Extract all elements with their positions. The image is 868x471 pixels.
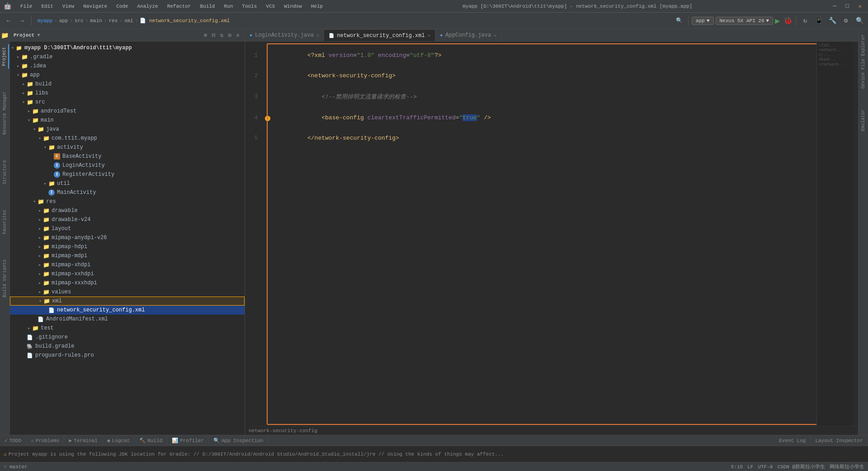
tab-login-activity-close[interactable]: ✕ (316, 33, 320, 38)
tree-item-activity[interactable]: ▾📁activity (10, 143, 245, 152)
code-editor[interactable]: ! 1 ▲ ▼ 1 <?xml version="1.0" encoding="… (245, 42, 858, 426)
breadcrumb-file[interactable]: 📄 network_security_config.xml (140, 18, 230, 24)
tree-item-test[interactable]: ▸📁test (10, 324, 245, 333)
menu-code[interactable]: Code (114, 4, 130, 9)
menu-analyze[interactable]: Analyze (135, 4, 160, 9)
tree-item-app[interactable]: ▾📁app (10, 71, 245, 80)
breadcrumb-src[interactable]: src (75, 18, 84, 24)
tree-item-mipmap-mdpi[interactable]: ▸📁mipmap-mdpi (10, 251, 245, 260)
breadcrumb-app[interactable]: app (59, 18, 68, 24)
tab-app-config[interactable]: ● AppConfig.java ✕ (435, 29, 501, 41)
tree-item-MainActivity[interactable]: IMainActivity (10, 188, 245, 197)
tab-network-security[interactable]: 📄 network_security_config.xml ✕ (324, 29, 435, 41)
tree-item-drawable-v24[interactable]: ▸📁drawable-v24 (10, 215, 245, 224)
sidebar-item-favorites[interactable]: Favorites (1, 207, 9, 237)
breadcrumb-xml[interactable]: xml (124, 18, 133, 24)
tree-item-androidTest[interactable]: ▸📁androidTest (10, 107, 245, 116)
tree-item-mipmap-xxhdpi[interactable]: ▸📁mipmap-xxhdpi (10, 269, 245, 278)
sidebar-item-structure[interactable]: Structure (1, 157, 9, 187)
menu-file[interactable]: File (19, 4, 34, 9)
tree-item-idea[interactable]: ▸📁.idea (10, 61, 245, 71)
tab-app-config-close[interactable]: ✕ (494, 33, 497, 38)
tree-item-res[interactable]: ▾📁res (10, 197, 245, 206)
bottom-tab-layout-inspector[interactable]: Layout Inspector (811, 435, 868, 446)
bottom-tab-profiler[interactable]: 📊 Profiler (167, 435, 209, 446)
sidebar-item-resource-manager[interactable]: Resource Manager (1, 89, 9, 137)
tree-item-main[interactable]: ▾📁main (10, 116, 245, 125)
close-button[interactable]: ✕ (855, 3, 864, 10)
line-content-4[interactable]: <base-config cleartextTrafficPermitted="… (272, 108, 858, 128)
tree-item-.gitignore[interactable]: 📄.gitignore (10, 333, 245, 342)
tree-item-myapp-root[interactable]: ▾📁myapp D:\300IT\Android\ttit\myapp (10, 43, 245, 52)
panel-sync-btn[interactable]: ⊕ (203, 31, 209, 39)
toolbar-back-btn[interactable]: ← (3, 15, 14, 27)
menu-run[interactable]: Run (222, 4, 235, 9)
debug-button[interactable]: 🐞 (783, 16, 793, 25)
line-content-2[interactable]: <network-security-config> (272, 66, 858, 86)
toolbar-forward-btn[interactable]: → (16, 15, 28, 27)
right-panel-emulator[interactable]: Emulator (860, 106, 867, 135)
menu-refactor[interactable]: Refactor (165, 4, 193, 9)
panel-settings-btn[interactable]: ⚙ (226, 31, 233, 39)
run-configuration-selector[interactable]: app ▼ (692, 17, 713, 25)
tree-item-xml[interactable]: ▾📁xml (10, 297, 245, 306)
tree-item-proguard-rules.pro[interactable]: 📄proguard-rules.pro (10, 351, 245, 360)
tree-item-network_security_config.xml[interactable]: 📄network_security_config.xml (10, 306, 245, 315)
sidebar-item-build-variants[interactable]: Build Variants (1, 257, 9, 300)
line-content-5[interactable]: </network-security-config> (272, 128, 858, 148)
bottom-tab-app-inspection[interactable]: 🔍 App Inspection (209, 435, 268, 446)
menu-tools[interactable]: Tools (240, 4, 259, 9)
sidebar-project-icon[interactable]: 📁 (0, 31, 9, 40)
menu-view[interactable]: View (61, 4, 76, 9)
tree-item-build.gradle[interactable]: 🐘build.gradle (10, 342, 245, 351)
panel-collapse-btn[interactable]: ⊟ (211, 31, 217, 39)
device-selector[interactable]: Nexus 5X API 26 ▼ (716, 17, 774, 25)
tree-item-build[interactable]: ▸📁build (10, 80, 245, 89)
bottom-tab-logcat[interactable]: ◉ Logcat (103, 435, 135, 446)
sidebar-item-project[interactable]: Project (0, 44, 9, 69)
tree-item-com.ttit.myapp[interactable]: ▾📁com.ttit.myapp (10, 134, 245, 143)
project-panel-dropdown[interactable]: ▼ (37, 33, 40, 38)
panel-sort-btn[interactable]: ⇅ (219, 31, 225, 39)
panel-close-btn[interactable]: ✕ (235, 31, 241, 39)
bottom-tab-event-log[interactable]: Event Log (774, 435, 811, 446)
line-content-3[interactable]: <!--禁用掉明文流量请求的检查--> (272, 86, 858, 108)
window-controls[interactable]: ─ □ ✕ (830, 3, 864, 10)
tree-item-util[interactable]: ▸📁util (10, 179, 245, 188)
tree-item-BaseActivity[interactable]: CBaseActivity (10, 152, 245, 161)
bottom-tab-todo[interactable]: ✓ TODO (0, 435, 26, 446)
menu-window[interactable]: Window (282, 4, 304, 9)
menu-bar[interactable]: 🤖 File Edit View Navigate Code Analyze R… (4, 2, 325, 10)
menu-navigate[interactable]: Navigate (81, 4, 109, 9)
toolbar-settings[interactable]: ⚙ (840, 15, 852, 27)
toolbar-search-everywhere[interactable]: 🔍 (673, 15, 685, 27)
toolbar-sync[interactable]: ↻ (799, 15, 811, 27)
bottom-tab-problems[interactable]: ⚠ Problems (26, 435, 64, 446)
toolbar-search[interactable]: 🔍 (854, 15, 865, 27)
tab-network-security-close[interactable]: ✕ (428, 33, 431, 38)
tree-item-LoginActivity[interactable]: ILoginActivity (10, 161, 245, 170)
maximize-button[interactable]: □ (843, 3, 852, 10)
menu-build[interactable]: Build (198, 4, 217, 9)
tree-item-mipmap-anydpi-v26[interactable]: ▸📁mipmap-anydpi-v26 (10, 233, 245, 242)
tree-item-RegisterActivity[interactable]: IRegisterActivity (10, 170, 245, 179)
menu-help[interactable]: Help (309, 4, 325, 9)
tree-item-mipmap-xhdpi[interactable]: ▸📁mipmap-xhdpi (10, 260, 245, 269)
line-content-1[interactable]: <?xml version="1.0" encoding="utf-8"?> (272, 45, 858, 66)
right-panel-device-file-explorer[interactable]: Device File Explorer (860, 31, 867, 92)
run-button[interactable]: ▶ (775, 16, 780, 26)
tree-item-values[interactable]: ▸📁values (10, 287, 245, 297)
tree-item-mipmap-xxxhdpi[interactable]: ▸📁mipmap-xxxhdpi (10, 278, 245, 287)
menu-vcs[interactable]: VCS (264, 4, 277, 9)
toolbar-sdk[interactable]: 🔧 (826, 15, 838, 27)
breadcrumb-res[interactable]: res (108, 18, 118, 24)
tree-item-src[interactable]: ▾📁src (10, 98, 245, 107)
bottom-tab-terminal[interactable]: ▶ Terminal (64, 435, 102, 446)
tree-item-layout[interactable]: ▸📁layout (10, 224, 245, 233)
minimize-button[interactable]: ─ (830, 3, 840, 10)
tree-item-gradle[interactable]: ▸📁.gradle (10, 52, 245, 61)
tree-item-libs[interactable]: ▸📁libs (10, 89, 245, 98)
tree-item-mipmap-hdpi[interactable]: ▸📁mipmap-hdpi (10, 242, 245, 251)
tree-item-drawable[interactable]: ▸📁drawable (10, 206, 245, 215)
tree-item-AndroidManifest.xml[interactable]: 📄AndroidManifest.xml (10, 315, 245, 324)
